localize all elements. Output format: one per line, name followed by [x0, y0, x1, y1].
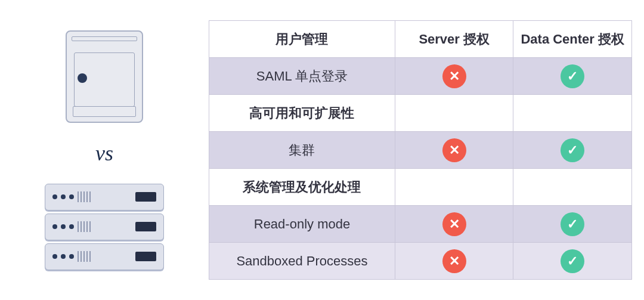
table-row: SAML 单点登录	[209, 58, 632, 95]
single-server-icon	[66, 30, 143, 123]
header-datacenter: Data Center 授权	[513, 21, 632, 58]
cross-icon	[442, 64, 466, 88]
server-cell	[395, 243, 513, 280]
header-feature: 用户管理	[209, 21, 395, 58]
feature-cell: 集群	[209, 132, 395, 169]
rack-servers-icon	[45, 184, 164, 270]
comparison-table-panel: 用户管理 Server 授权 Data Center 授权 SAML 单点登录高…	[209, 20, 644, 280]
check-icon	[561, 212, 584, 236]
check-icon	[561, 64, 584, 88]
datacenter-cell	[513, 243, 632, 280]
check-icon	[561, 138, 584, 162]
table-row: 系统管理及优化处理	[209, 169, 632, 206]
table-header-row: 用户管理 Server 授权 Data Center 授权	[209, 21, 632, 58]
server-cell	[395, 58, 513, 95]
datacenter-cell	[513, 58, 632, 95]
table-row: 高可用和可扩展性	[209, 95, 632, 132]
cross-icon	[442, 138, 466, 162]
feature-cell: Read-only mode	[209, 206, 395, 243]
feature-cell: Sandboxed Processes	[209, 243, 395, 280]
table-row: 集群	[209, 132, 632, 169]
datacenter-cell	[513, 206, 632, 243]
section-heading: 系统管理及优化处理	[209, 169, 395, 206]
feature-cell: SAML 单点登录	[209, 58, 395, 95]
empty-cell	[513, 95, 632, 132]
comparison-illustration: vs	[0, 0, 209, 300]
empty-cell	[395, 95, 513, 132]
vs-label: vs	[95, 141, 113, 166]
comparison-table: 用户管理 Server 授权 Data Center 授权 SAML 单点登录高…	[209, 20, 632, 280]
table-row: Sandboxed Processes	[209, 243, 632, 280]
cross-icon	[442, 212, 466, 236]
empty-cell	[395, 169, 513, 206]
table-row: Read-only mode	[209, 206, 632, 243]
empty-cell	[513, 169, 632, 206]
datacenter-cell	[513, 132, 632, 169]
cross-icon	[442, 249, 466, 273]
header-server: Server 授权	[395, 21, 513, 58]
check-icon	[561, 249, 584, 273]
server-cell	[395, 206, 513, 243]
section-heading: 高可用和可扩展性	[209, 95, 395, 132]
server-cell	[395, 132, 513, 169]
